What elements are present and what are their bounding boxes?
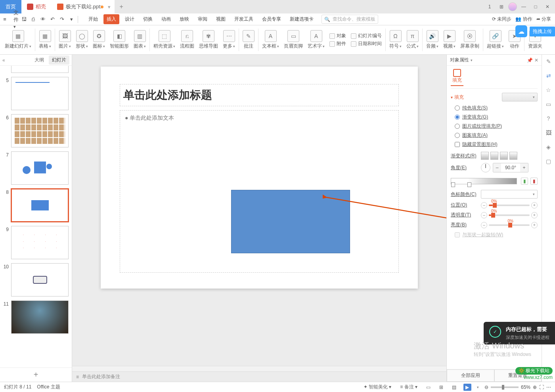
zoom-in[interactable]: ⊕: [533, 384, 537, 390]
slide-thumb-9[interactable]: 9············: [2, 226, 69, 259]
gradient-stop-2[interactable]: [467, 182, 471, 187]
ribbon-comment[interactable]: ✎批注: [240, 27, 257, 53]
tab-devtools[interactable]: 开发工具: [231, 14, 256, 24]
vtb-2[interactable]: ⇄: [544, 71, 553, 80]
tab-insert[interactable]: 插入: [103, 14, 119, 24]
ribbon-attach[interactable]: 附件: [329, 40, 346, 47]
angle-value[interactable]: 90.0°: [501, 165, 520, 170]
print-icon[interactable]: ⎙: [30, 16, 36, 22]
collab-button[interactable]: 👥 协作: [515, 16, 532, 23]
smart-beautify[interactable]: ✦ 智能美化 ▾: [362, 383, 393, 391]
fill-preset-dropdown[interactable]: [502, 93, 538, 101]
ribbon-chart[interactable]: ▥图表: [131, 27, 148, 53]
cloud-icon[interactable]: ☁: [515, 25, 527, 37]
bright-inc[interactable]: +: [531, 222, 538, 228]
gradstyle-4[interactable]: [509, 152, 517, 160]
view-sorter[interactable]: ⊞: [438, 384, 445, 391]
slides-list[interactable]: 5 6 7 8 9············ 10 11: [0, 66, 72, 367]
blue-rectangle-shape[interactable]: [231, 190, 350, 253]
vtb-8[interactable]: ▢: [544, 157, 553, 166]
ribbon-mindmap[interactable]: ✾思维导图: [197, 27, 220, 53]
tab-review[interactable]: 审阅: [195, 14, 211, 24]
tab-animation[interactable]: 动画: [158, 14, 174, 24]
slide-thumb-4-partial[interactable]: [2, 66, 69, 73]
collapse-panel[interactable]: «: [2, 57, 5, 63]
tab-custom[interactable]: 新建选项卡: [287, 14, 317, 24]
play-button[interactable]: ▶: [463, 384, 471, 391]
section-fill-header[interactable]: 填充: [451, 93, 538, 101]
add-stop[interactable]: ▮: [521, 178, 528, 185]
gradstyle-3[interactable]: [500, 152, 508, 160]
ribbon-shape[interactable]: ◯形状: [73, 27, 90, 53]
share-button[interactable]: ➦ 分享: [536, 16, 551, 23]
minimize-button[interactable]: —: [519, 2, 529, 11]
redo-icon[interactable]: ↷: [59, 16, 65, 22]
angle-spinner[interactable]: – 90.0° +: [493, 163, 528, 172]
del-stop[interactable]: ▮: [530, 178, 538, 185]
slide-thumb-6[interactable]: 6: [2, 114, 69, 147]
reset-bg-button[interactable]: 重置背景: [494, 369, 542, 382]
ribbon-formula[interactable]: π公式: [404, 27, 421, 53]
tab-transition[interactable]: 切换: [140, 14, 156, 24]
ribbon-hyperlink[interactable]: 🔗超链接: [484, 27, 506, 53]
ribbon-flowchart[interactable]: ⎌流程图: [178, 27, 197, 53]
radio-solid[interactable]: 纯色填充(S): [455, 105, 538, 111]
maximize-button[interactable]: □: [530, 2, 541, 11]
apply-all-button[interactable]: 全部应用: [447, 369, 494, 382]
position-slider[interactable]: – 0% +: [481, 202, 538, 208]
opacity-dec[interactable]: –: [481, 212, 487, 218]
zoom-track[interactable]: [491, 386, 519, 388]
memory-toast[interactable]: ✓ 内存已超标，需要 深度加速关闭卡慢进程: [484, 322, 555, 344]
avatar[interactable]: [508, 2, 517, 11]
ribbon-headerfooter[interactable]: ▭页眉页脚: [281, 27, 305, 53]
body-placeholder[interactable]: ● 单击此处添加文本: [120, 110, 399, 273]
ribbon-object[interactable]: 对象: [329, 33, 346, 39]
opacity-inc[interactable]: +: [531, 212, 538, 218]
ribbon-slidenum[interactable]: 幻灯片编号: [351, 33, 382, 39]
check-hidebg[interactable]: 隐藏背景图形(H): [455, 141, 538, 148]
gradstyle-2[interactable]: [490, 152, 498, 160]
ribbon-symbol[interactable]: Ω符号: [387, 27, 404, 53]
ribbon-icon[interactable]: ✪图标: [90, 27, 107, 53]
gradient-bar[interactable]: [451, 178, 517, 184]
pin-icon[interactable]: 📌: [527, 57, 533, 63]
close-panel-icon[interactable]: ✕: [534, 57, 538, 63]
notes-bar[interactable]: ≡ 单击此处添加备注: [72, 371, 446, 382]
preview-icon[interactable]: 👁: [40, 16, 46, 22]
add-slide[interactable]: +: [0, 367, 72, 382]
layout1-button[interactable]: 1: [484, 2, 495, 11]
stopcolor-dropdown[interactable]: [481, 190, 538, 199]
save-icon[interactable]: 🖫: [21, 16, 27, 22]
angle-dec[interactable]: –: [493, 163, 501, 172]
angle-inc[interactable]: +: [520, 163, 528, 172]
bright-dec[interactable]: –: [481, 222, 487, 228]
gradient-stop-1[interactable]: [451, 182, 455, 187]
drag-upload[interactable]: 拖拽上传: [530, 27, 555, 36]
slide-thumb-10[interactable]: 10: [2, 263, 69, 296]
apps-button[interactable]: ⊞: [496, 2, 507, 11]
vtb-6[interactable]: 🖼: [544, 128, 553, 137]
qa-more[interactable]: ▾: [68, 16, 75, 22]
ribbon-wordart[interactable]: A艺术字: [305, 27, 327, 53]
vtb-4[interactable]: ▭: [544, 100, 553, 109]
tab-document[interactable]: 极光下载站.pptx ▾: [52, 0, 115, 13]
check-rotate[interactable]: 与形状一起旋转(W): [455, 231, 538, 238]
radio-pattern[interactable]: 图案填充(A): [455, 132, 538, 139]
ribbon-picture[interactable]: 🖼图片: [56, 27, 73, 53]
vtb-7[interactable]: ◈: [544, 143, 553, 151]
ribbon-datetime[interactable]: 日期和时间: [351, 40, 382, 47]
position-inc[interactable]: +: [531, 202, 538, 208]
tab-design[interactable]: 设计: [122, 14, 138, 24]
radio-picture[interactable]: 图片或纹理填充(P): [455, 123, 538, 130]
bright-slider[interactable]: – 0% +: [481, 222, 538, 228]
ribbon-audio[interactable]: 🔊音频: [424, 27, 441, 53]
menu-icon[interactable]: ≡: [2, 16, 8, 22]
tab-vip[interactable]: 会员专享: [259, 14, 284, 24]
view-normal[interactable]: ▭: [425, 384, 432, 391]
title-placeholder[interactable]: 单击此处添加标题: [120, 84, 399, 106]
ribbon-video[interactable]: ▶视频: [441, 27, 458, 53]
ribbon-record[interactable]: ⦿屏幕录制: [458, 27, 482, 53]
ribbon-textbox[interactable]: A文本框: [260, 27, 281, 53]
radio-gradient[interactable]: 渐变填充(G): [455, 114, 538, 120]
sync-status[interactable]: ⟳ 未同步: [492, 16, 511, 23]
